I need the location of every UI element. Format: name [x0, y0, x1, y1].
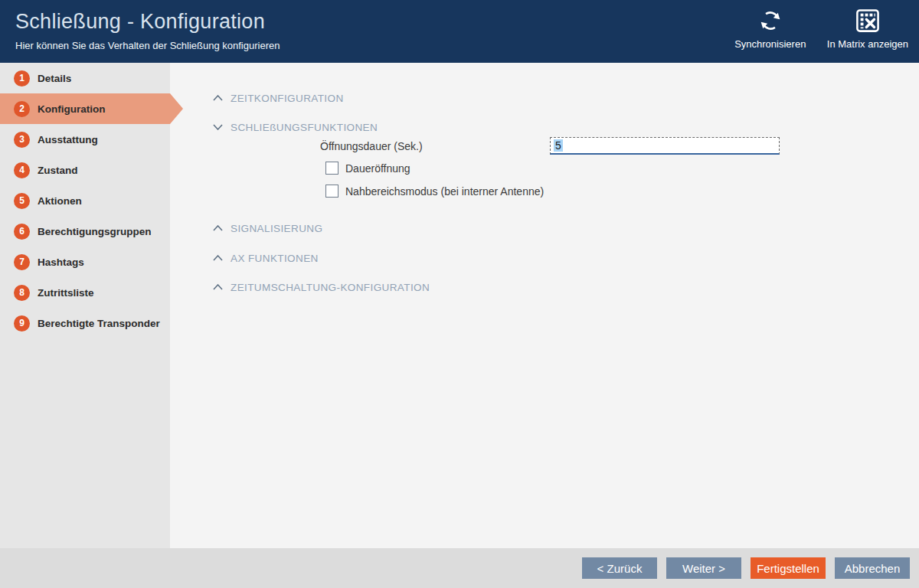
close-range-mode-row: Nahbereichsmodus (bei interner Antenne) [325, 185, 544, 198]
sidebar-item-label: Details [38, 73, 71, 84]
sidebar-item-details[interactable]: 1 Details [0, 63, 170, 93]
sidebar-item-aktionen[interactable]: 5 Aktionen [0, 185, 170, 216]
sidebar-item-hashtags[interactable]: 7 Hashtags [0, 247, 170, 277]
opening-duration-input[interactable]: 5 [550, 137, 780, 155]
sidebar-item-label: Hashtags [38, 256, 84, 268]
section-ax-funktionen[interactable]: AX FUNKTIONEN [213, 251, 319, 265]
synchronize-label: Synchronisieren [734, 38, 806, 50]
step-number-badge: 7 [14, 254, 30, 270]
sidebar-item-label: Zustand [38, 165, 78, 176]
sidebar-item-label: Ausstattung [38, 134, 98, 145]
step-number-badge: 3 [14, 132, 30, 148]
sidebar-item-konfiguration[interactable]: 2 Konfiguration [0, 93, 170, 124]
header: Schließung - Konfiguration Hier können S… [0, 0, 919, 63]
selected-input-text: 5 [554, 139, 563, 152]
wizard-step-sidebar: 1 Details 2 Konfiguration 3 Ausstattung … [0, 63, 170, 548]
step-number-badge: 6 [14, 224, 30, 240]
close-range-mode-label: Nahbereichsmodus (bei interner Antenne) [345, 185, 544, 198]
sidebar-item-ausstattung[interactable]: 3 Ausstattung [0, 124, 170, 155]
back-button[interactable]: < Zurück [582, 557, 657, 579]
section-label: SIGNALISIERUNG [231, 223, 322, 234]
sync-icon [757, 6, 783, 35]
active-step-arrow [170, 93, 183, 124]
chevron-up-icon [213, 225, 223, 231]
section-label: SCHLIEßUNGSFUNKTIONEN [231, 122, 378, 133]
sidebar-item-label: Aktionen [38, 195, 82, 207]
show-in-matrix-button[interactable]: In Matrix anzeigen [827, 6, 908, 50]
step-number-badge: 9 [14, 315, 30, 332]
chevron-up-icon [213, 95, 223, 101]
section-zeitkonfiguration[interactable]: ZEITKONFIGURATION [213, 91, 344, 105]
section-signalisierung[interactable]: SIGNALISIERUNG [213, 221, 322, 235]
sidebar-item-label: Zutrittsliste [38, 287, 94, 299]
sidebar-item-label: Berechtigte Transponder [38, 318, 160, 329]
sidebar-item-berechtigte-transponder[interactable]: 9 Berechtigte Transponder [0, 308, 170, 338]
permanent-open-checkbox[interactable] [325, 162, 338, 175]
permanent-open-row: Daueröffnung [325, 162, 410, 175]
section-schliessungsfunktionen[interactable]: SCHLIEßUNGSFUNKTIONEN [213, 120, 378, 134]
step-number-badge: 4 [14, 162, 30, 178]
show-in-matrix-label: In Matrix anzeigen [827, 38, 908, 50]
page-title: Schließung - Konfiguration [15, 10, 265, 34]
matrix-icon [855, 6, 881, 35]
footer-bar: < Zurück Weiter > Fertigstellen Abbreche… [0, 548, 919, 588]
permanent-open-label: Daueröffnung [345, 162, 410, 175]
chevron-up-icon [213, 284, 223, 290]
step-number-badge: 1 [14, 70, 30, 87]
chevron-up-icon [213, 255, 223, 261]
step-number-badge: 8 [14, 285, 30, 301]
header-actions: Synchronisieren In Matrix anzeigen [734, 6, 908, 50]
step-number-badge: 2 [14, 101, 30, 117]
configuration-panel: ZEITKONFIGURATION SCHLIEßUNGSFUNKTIONEN … [170, 63, 919, 548]
opening-duration-label: Öffnungsdauer (Sek.) [320, 140, 423, 152]
close-range-mode-checkbox[interactable] [325, 185, 338, 198]
sidebar-item-label: Konfiguration [38, 103, 105, 115]
step-number-badge: 5 [14, 193, 30, 209]
synchronize-button[interactable]: Synchronisieren [734, 6, 807, 50]
cancel-button[interactable]: Abbrechen [835, 557, 910, 579]
finish-button[interactable]: Fertigstellen [751, 557, 826, 579]
sidebar-item-label: Berechtigungsgruppen [38, 226, 152, 237]
chevron-down-icon [213, 124, 223, 130]
page-subtitle: Hier können Sie das Verhalten der Schlie… [15, 40, 280, 51]
section-label: AX FUNKTIONEN [231, 253, 319, 264]
sidebar-item-zutrittsliste[interactable]: 8 Zutrittsliste [0, 277, 170, 308]
section-label: ZEITKONFIGURATION [231, 93, 344, 104]
section-zeitumschaltung-konfiguration[interactable]: ZEITUMSCHALTUNG-KONFIGURATION [213, 280, 430, 294]
next-button[interactable]: Weiter > [666, 557, 741, 579]
sidebar-item-zustand[interactable]: 4 Zustand [0, 155, 170, 185]
section-label: ZEITUMSCHALTUNG-KONFIGURATION [231, 282, 430, 293]
sidebar-item-berechtigungsgruppen[interactable]: 6 Berechtigungsgruppen [0, 216, 170, 247]
